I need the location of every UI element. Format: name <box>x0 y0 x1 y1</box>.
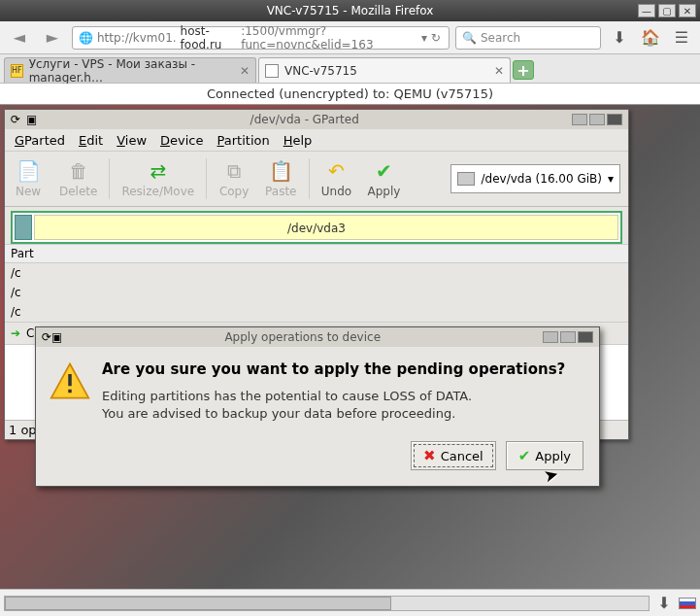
col-partition: Part <box>5 245 40 262</box>
apply-button[interactable]: ✔Apply <box>360 159 409 198</box>
trash-icon: 🗑 <box>69 159 88 183</box>
menu-help[interactable]: Help <box>283 133 313 148</box>
firefox-toolbar: ◄ ► 🌐 http://kvm01.host-food.ru:1500/vmm… <box>0 21 700 54</box>
ff-close-button[interactable]: ✕ <box>679 4 696 17</box>
ff-maximize-button[interactable]: ▢ <box>658 4 676 17</box>
gparted-title: /dev/vda - GParted <box>43 113 566 126</box>
new-button: 📄New <box>5 159 51 198</box>
globe-icon: 🌐 <box>79 31 93 45</box>
svg-rect-1 <box>68 374 72 386</box>
hscrollbar[interactable] <box>4 596 650 611</box>
reload-icon: ⟳ <box>11 113 20 126</box>
window-icon: ▣ <box>26 113 37 126</box>
reload-dropdown[interactable]: ▾ ↻ <box>419 31 443 45</box>
scroll-thumb[interactable] <box>5 597 391 610</box>
menu-view[interactable]: View <box>117 133 147 148</box>
cancel-button[interactable]: ✖ Cancel <box>411 441 496 470</box>
downloads-button[interactable]: ⬇ <box>607 26 632 50</box>
dialog-titlebar[interactable]: ⟳ ▣ Apply operations to device <box>36 327 599 347</box>
gp-close-button[interactable] <box>607 114 622 125</box>
gparted-menubar: GGPartedParted Edit View Device Partitio… <box>5 129 628 151</box>
dlg-max-button[interactable] <box>560 331 576 343</box>
partition-label: /dev/vda3 <box>13 222 620 235</box>
dlg-min-button[interactable] <box>543 331 558 343</box>
menu-device[interactable]: Device <box>160 133 203 148</box>
new-tab-button[interactable]: + <box>513 60 534 80</box>
device-selector[interactable]: /dev/vda (16.00 GiB) ▾ <box>450 164 620 193</box>
down-arrow-icon[interactable]: ⬇ <box>653 594 675 613</box>
tab-favicon <box>265 64 279 78</box>
gparted-titlebar[interactable]: ⟳ ▣ /dev/vda - GParted <box>5 110 628 129</box>
menu-partition[interactable]: Partition <box>217 133 270 148</box>
search-icon: 🔍 <box>462 31 477 45</box>
menu-gparted[interactable]: GGPartedParted <box>15 133 65 148</box>
paste-icon: 📋 <box>269 159 293 183</box>
check-icon: ✔ <box>518 447 531 464</box>
undo-button[interactable]: ↶Undo <box>314 159 360 198</box>
tab-close-icon[interactable]: ✕ <box>494 64 504 78</box>
paste-button: 📋Paste <box>257 159 304 198</box>
home-button[interactable]: 🏠 <box>638 26 663 50</box>
table-row[interactable]: /c <box>5 263 628 283</box>
copy-button: ⧉Copy <box>211 159 257 198</box>
firefox-tabstrip: HF Услуги - VPS - Мои заказы - manager.h… <box>0 54 700 84</box>
drive-icon <box>457 172 475 186</box>
dialog-title: Apply operations to device <box>62 330 543 344</box>
warning-icon <box>50 360 90 401</box>
menu-button[interactable]: ☰ <box>669 26 694 50</box>
tab-manager[interactable]: HF Услуги - VPS - Мои заказы - manager.h… <box>4 57 256 83</box>
arrow-icon: ➔ <box>11 326 20 340</box>
dialog-line1: Editing partitions has the potential to … <box>102 388 565 405</box>
chevron-down-icon: ▾ <box>608 172 614 186</box>
table-row[interactable]: /c <box>5 283 628 302</box>
undo-icon: ↶ <box>328 159 345 183</box>
ff-minimize-button[interactable]: — <box>638 4 655 17</box>
menu-edit[interactable]: Edit <box>79 133 103 148</box>
copy-icon: ⧉ <box>227 159 241 183</box>
keyboard-layout-flag[interactable] <box>679 598 696 609</box>
apply-button[interactable]: ✔ Apply <box>506 441 583 470</box>
firefox-title: VNC-v75715 - Mozilla Firefox <box>267 4 434 17</box>
vnc-status-bar: Connected (unencrypted) to: QEMU (v75715… <box>0 84 700 105</box>
device-label: /dev/vda (16.00 GiB) <box>481 172 601 186</box>
gp-max-button[interactable] <box>589 114 605 125</box>
browser-bottom-bar: ⬇ <box>0 589 700 616</box>
window-icon: ▣ <box>51 330 62 344</box>
forward-button: ► <box>39 25 66 51</box>
url-host: host-food.ru <box>181 24 238 51</box>
op-text: C <box>26 326 34 340</box>
tab-label: Услуги - VPS - Мои заказы - manager.h… <box>29 57 234 85</box>
tab-close-icon[interactable]: ✕ <box>240 64 250 78</box>
check-icon: ✔ <box>376 159 392 183</box>
tab-favicon: HF <box>11 64 23 78</box>
partition-table: Part /c /c /c <box>5 244 628 322</box>
back-button[interactable]: ◄ <box>6 25 33 51</box>
reload-icon: ⟳ <box>42 330 51 344</box>
delete-button: 🗑Delete <box>51 159 105 198</box>
apply-confirm-dialog: ⟳ ▣ Apply operations to device Are you s… <box>35 326 600 487</box>
url-post: :1500/vmmgr?func=novnc&elid=163 <box>241 24 416 51</box>
table-row[interactable]: /c <box>5 302 628 322</box>
gp-min-button[interactable] <box>572 114 587 125</box>
resize-button: ⇄Resize/Move <box>114 159 202 198</box>
partition-graph[interactable]: /dev/vda3 <box>11 211 622 244</box>
search-bar[interactable]: 🔍 Search <box>455 26 601 50</box>
tab-vnc[interactable]: VNC-v75715 ✕ <box>258 57 511 83</box>
page-content: Connected (unencrypted) to: QEMU (v75715… <box>0 84 700 589</box>
cancel-icon: ✖ <box>423 447 436 464</box>
tab-label: VNC-v75715 <box>284 64 357 78</box>
url-pre: http://kvm01. <box>97 31 177 45</box>
new-icon: 📄 <box>17 159 41 183</box>
dialog-line2: You are advised to backup your data befo… <box>102 405 565 423</box>
search-placeholder: Search <box>481 31 520 45</box>
resize-icon: ⇄ <box>150 159 166 183</box>
url-bar[interactable]: 🌐 http://kvm01.host-food.ru:1500/vmmgr?f… <box>72 26 450 50</box>
svg-rect-2 <box>68 390 72 394</box>
gparted-toolbar: 📄New 🗑Delete ⇄Resize/Move ⧉Copy 📋Paste ↶… <box>5 151 628 207</box>
dlg-close-button[interactable] <box>578 331 593 343</box>
firefox-titlebar: VNC-v75715 - Mozilla Firefox — ▢ ✕ <box>0 0 700 21</box>
dialog-heading: Are you sure you want to apply the pendi… <box>102 360 565 378</box>
